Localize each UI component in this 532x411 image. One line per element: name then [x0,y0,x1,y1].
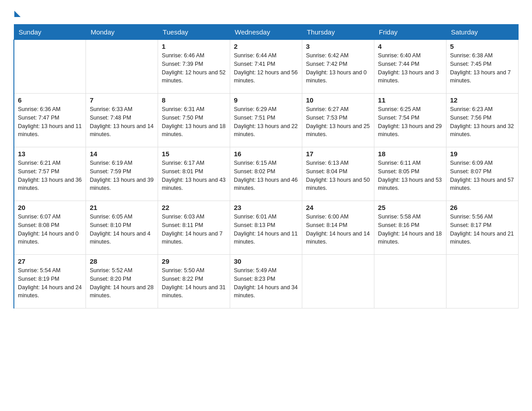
day-info: Sunrise: 6:40 AMSunset: 7:44 PMDaylight:… [378,51,442,85]
day-number: 14 [90,150,154,158]
calendar-cell: 6Sunrise: 6:36 AMSunset: 7:47 PMDaylight… [14,94,86,147]
day-number: 5 [450,43,515,50]
day-number: 4 [378,43,442,50]
calendar-cell [302,255,374,308]
day-number: 25 [378,204,442,211]
day-info: Sunrise: 6:13 AMSunset: 8:04 PMDaylight:… [306,159,370,193]
calendar-cell: 7Sunrise: 6:33 AMSunset: 7:48 PMDaylight… [86,94,158,147]
day-info: Sunrise: 6:19 AMSunset: 7:59 PMDaylight:… [90,159,154,193]
day-info: Sunrise: 6:38 AMSunset: 7:45 PMDaylight:… [450,51,515,85]
day-info: Sunrise: 6:09 AMSunset: 8:07 PMDaylight:… [450,159,515,193]
calendar-cell: 30Sunrise: 5:49 AMSunset: 8:23 PMDayligh… [230,255,302,308]
calendar-cell: 28Sunrise: 5:52 AMSunset: 8:20 PMDayligh… [86,255,158,308]
day-number: 1 [162,43,226,50]
calendar-cell: 15Sunrise: 6:17 AMSunset: 8:01 PMDayligh… [158,147,230,201]
day-number: 13 [18,150,82,158]
day-info: Sunrise: 6:00 AMSunset: 8:14 PMDaylight:… [306,213,370,246]
day-number: 24 [306,204,370,211]
day-info: Sunrise: 6:31 AMSunset: 7:50 PMDaylight:… [162,105,226,139]
calendar-cell: 10Sunrise: 6:27 AMSunset: 7:53 PMDayligh… [302,94,374,147]
calendar-header: SundayMondayTuesdayWednesdayThursdayFrid… [14,25,519,40]
day-info: Sunrise: 6:27 AMSunset: 7:53 PMDaylight:… [306,105,370,139]
day-number: 29 [162,257,226,265]
day-info: Sunrise: 5:54 AMSunset: 8:19 PMDaylight:… [18,266,82,300]
calendar-cell: 22Sunrise: 6:03 AMSunset: 8:11 PMDayligh… [158,201,230,255]
logo [13,9,21,15]
calendar-cell: 26Sunrise: 5:56 AMSunset: 8:17 PMDayligh… [446,201,519,255]
calendar-cell: 5Sunrise: 6:38 AMSunset: 7:45 PMDaylight… [446,40,519,94]
calendar-cell [86,40,158,94]
calendar-week-3: 20Sunrise: 6:07 AMSunset: 8:08 PMDayligh… [14,201,519,255]
day-info: Sunrise: 6:05 AMSunset: 8:10 PMDaylight:… [90,213,154,246]
day-info: Sunrise: 5:56 AMSunset: 8:17 PMDaylight:… [450,213,515,246]
page-header [13,9,519,15]
day-number: 15 [162,150,226,158]
day-number: 3 [306,43,370,50]
day-number: 2 [234,43,298,50]
day-number: 27 [18,257,82,265]
day-info: Sunrise: 6:42 AMSunset: 7:42 PMDaylight:… [306,51,370,85]
calendar-cell: 8Sunrise: 6:31 AMSunset: 7:50 PMDaylight… [158,94,230,147]
calendar-cell: 14Sunrise: 6:19 AMSunset: 7:59 PMDayligh… [86,147,158,201]
day-of-week-wednesday: Wednesday [230,25,302,40]
day-info: Sunrise: 5:49 AMSunset: 8:23 PMDaylight:… [234,266,298,300]
calendar-cell: 16Sunrise: 6:15 AMSunset: 8:02 PMDayligh… [230,147,302,201]
day-of-week-saturday: Saturday [446,25,519,40]
day-info: Sunrise: 6:11 AMSunset: 8:05 PMDaylight:… [378,159,442,193]
day-info: Sunrise: 6:33 AMSunset: 7:48 PMDaylight:… [90,105,154,139]
day-info: Sunrise: 6:01 AMSunset: 8:13 PMDaylight:… [234,213,298,246]
calendar-week-4: 27Sunrise: 5:54 AMSunset: 8:19 PMDayligh… [14,255,519,308]
calendar-cell: 1Sunrise: 6:46 AMSunset: 7:39 PMDaylight… [158,40,230,94]
day-number: 19 [450,150,515,158]
calendar-week-0: 1Sunrise: 6:46 AMSunset: 7:39 PMDaylight… [14,40,519,94]
calendar-cell: 27Sunrise: 5:54 AMSunset: 8:19 PMDayligh… [14,255,86,308]
day-number: 12 [450,96,515,104]
day-number: 16 [234,150,298,158]
calendar-cell: 25Sunrise: 5:58 AMSunset: 8:16 PMDayligh… [374,201,446,255]
calendar-body: 1Sunrise: 6:46 AMSunset: 7:39 PMDaylight… [14,40,519,308]
day-of-week-sunday: Sunday [14,25,86,40]
calendar-cell [446,255,519,308]
day-number: 22 [162,204,226,211]
day-info: Sunrise: 6:17 AMSunset: 8:01 PMDaylight:… [162,159,226,193]
day-number: 10 [306,96,370,104]
day-info: Sunrise: 6:07 AMSunset: 8:08 PMDaylight:… [18,213,82,246]
day-info: Sunrise: 6:25 AMSunset: 7:54 PMDaylight:… [378,105,442,139]
day-info: Sunrise: 6:21 AMSunset: 7:57 PMDaylight:… [18,159,82,193]
day-number: 20 [18,204,82,211]
day-of-week-tuesday: Tuesday [158,25,230,40]
day-of-week-monday: Monday [86,25,158,40]
calendar-cell: 23Sunrise: 6:01 AMSunset: 8:13 PMDayligh… [230,201,302,255]
day-number: 26 [450,204,515,211]
calendar-cell: 17Sunrise: 6:13 AMSunset: 8:04 PMDayligh… [302,147,374,201]
day-info: Sunrise: 6:29 AMSunset: 7:51 PMDaylight:… [234,105,298,139]
calendar-cell: 24Sunrise: 6:00 AMSunset: 8:14 PMDayligh… [302,201,374,255]
day-info: Sunrise: 5:50 AMSunset: 8:22 PMDaylight:… [162,266,226,300]
calendar-cell [374,255,446,308]
days-of-week-row: SundayMondayTuesdayWednesdayThursdayFrid… [14,25,519,40]
calendar-cell: 19Sunrise: 6:09 AMSunset: 8:07 PMDayligh… [446,147,519,201]
day-number: 8 [162,96,226,104]
day-info: Sunrise: 6:46 AMSunset: 7:39 PMDaylight:… [162,51,226,85]
calendar-cell: 12Sunrise: 6:23 AMSunset: 7:56 PMDayligh… [446,94,519,147]
day-info: Sunrise: 6:23 AMSunset: 7:56 PMDaylight:… [450,105,515,139]
calendar-cell: 18Sunrise: 6:11 AMSunset: 8:05 PMDayligh… [374,147,446,201]
day-number: 18 [378,150,442,158]
day-number: 28 [90,257,154,265]
day-number: 17 [306,150,370,158]
day-info: Sunrise: 6:36 AMSunset: 7:47 PMDaylight:… [18,105,82,139]
calendar-cell [14,40,86,94]
logo-triangle-icon [14,11,21,17]
calendar-cell: 29Sunrise: 5:50 AMSunset: 8:22 PMDayligh… [158,255,230,308]
day-info: Sunrise: 5:52 AMSunset: 8:20 PMDaylight:… [90,266,154,300]
day-number: 11 [378,96,442,104]
day-of-week-thursday: Thursday [302,25,374,40]
day-number: 30 [234,257,298,265]
calendar-cell: 21Sunrise: 6:05 AMSunset: 8:10 PMDayligh… [86,201,158,255]
day-info: Sunrise: 5:58 AMSunset: 8:16 PMDaylight:… [378,213,442,246]
calendar-cell: 3Sunrise: 6:42 AMSunset: 7:42 PMDaylight… [302,40,374,94]
day-number: 7 [90,96,154,104]
day-of-week-friday: Friday [374,25,446,40]
day-number: 9 [234,96,298,104]
day-number: 23 [234,204,298,211]
